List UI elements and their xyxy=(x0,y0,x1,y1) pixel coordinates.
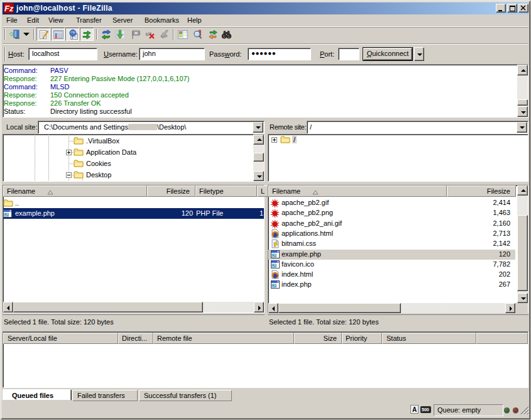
svg-text:Fz: Fz xyxy=(4,4,14,13)
